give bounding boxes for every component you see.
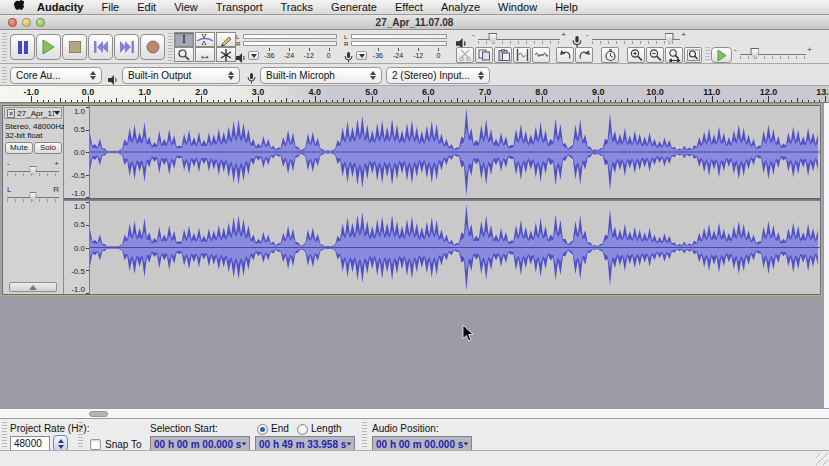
track-collapse-button[interactable] (9, 282, 57, 292)
mute-button[interactable]: Mute (5, 142, 33, 154)
window-resize-grip[interactable] (816, 453, 828, 465)
solo-button[interactable]: Solo (34, 142, 62, 154)
selection-tool-button[interactable]: I (174, 32, 194, 47)
device-toolbar-grip[interactable] (2, 67, 7, 84)
sync-lock-button[interactable] (601, 47, 619, 63)
menu-item-transport[interactable]: Transport (207, 0, 272, 15)
vertical-ruler-label: -0.5 (71, 171, 85, 180)
cut-button[interactable] (456, 47, 474, 63)
pan-slider[interactable]: L R (7, 186, 59, 202)
menu-item-edit[interactable]: Edit (128, 0, 165, 15)
ruler-tick (105, 100, 106, 102)
snap-section-grip (78, 422, 83, 448)
speed-ticks (740, 56, 806, 59)
zoom-in-button[interactable] (627, 47, 645, 63)
horizontal-scrollbar[interactable] (0, 408, 829, 418)
silence-audio-button[interactable] (532, 47, 550, 63)
chevron-down-icon[interactable] (464, 442, 469, 445)
menu-item-window[interactable]: Window (489, 0, 546, 15)
redo-button[interactable] (575, 47, 593, 63)
skip-to-end-button[interactable] (114, 34, 139, 60)
window-title-bar[interactable]: 27_Apr_11.07.08 (0, 15, 829, 30)
skip-to-start-button[interactable] (88, 34, 113, 60)
zoom-tool-button[interactable] (174, 47, 194, 62)
timeline-ruler[interactable]: -1.00.01.02.03.04.05.06.07.08.09.010.011… (0, 86, 829, 103)
time-shift-tool-button[interactable]: ↔ (195, 47, 215, 62)
chevron-down-icon[interactable] (347, 442, 352, 445)
chevron-down-icon[interactable] (242, 442, 247, 445)
track-title-bar[interactable]: ✕ 27_Apr_11. (4, 107, 62, 119)
transport-toolbar-grip[interactable] (2, 33, 7, 61)
playback-speed-slider[interactable]: - + (740, 49, 806, 63)
waveform-right-channel[interactable] (90, 201, 820, 294)
copy-icon (478, 49, 491, 61)
ruler-tick (190, 100, 191, 102)
ruler-label: 11.0 (703, 87, 720, 97)
input-volume-slider[interactable]: - + (592, 32, 680, 46)
track-close-button[interactable]: ✕ (7, 109, 15, 118)
tools-toolbar-grip[interactable] (168, 33, 173, 61)
end-radio[interactable] (257, 424, 268, 435)
record-button[interactable] (140, 34, 165, 60)
menu-item-tracks[interactable]: Tracks (272, 0, 323, 15)
ruler-tick (286, 98, 287, 102)
close-window-button[interactable] (8, 18, 17, 27)
vertical-ruler-label: -1.0 (71, 285, 85, 294)
fit-project-button[interactable] (684, 47, 702, 63)
trim-audio-button[interactable] (513, 47, 531, 63)
input-device-select[interactable]: Built-in Microph (260, 67, 382, 84)
snap-to-checkbox[interactable] (90, 439, 101, 450)
vertical-ruler-right-channel[interactable]: 1.00.50.0-0.5-1.0 (64, 201, 90, 294)
ruler-tick (649, 100, 650, 102)
audio-host-select[interactable]: Core Au... (10, 67, 102, 84)
menu-item-help[interactable]: Help (546, 0, 587, 15)
copy-button[interactable] (475, 47, 493, 63)
undo-button[interactable] (556, 47, 574, 63)
track-menu-caret-icon[interactable] (54, 111, 60, 115)
apple-menu-icon[interactable] (14, 0, 24, 14)
length-radio[interactable] (297, 424, 308, 435)
traffic-lights (8, 18, 45, 27)
vertical-scrollbar[interactable] (823, 103, 829, 408)
transcription-toolbar-grip[interactable] (705, 47, 710, 62)
meter-scale-tick (269, 48, 270, 51)
menu-item-generate[interactable]: Generate (322, 0, 386, 15)
selection-toolbar-grip[interactable] (2, 422, 7, 448)
horizontal-scrollbar-thumb[interactable] (89, 411, 108, 417)
fit-selection-button[interactable] (665, 47, 683, 63)
recording-meter-right-label: R (344, 41, 348, 47)
minimize-window-button[interactable] (22, 18, 31, 27)
input-channels-select[interactable]: 2 (Stereo) Input... (386, 67, 490, 84)
zoom-out-button[interactable] (646, 47, 664, 63)
ruler-tick (700, 100, 701, 102)
recording-meter[interactable]: L R -36-24-120 (344, 33, 448, 61)
playback-meter[interactable]: L R -36-24-120 (236, 33, 338, 61)
output-volume-slider[interactable]: - + (478, 32, 560, 46)
pause-button[interactable] (10, 34, 35, 60)
envelope-tool-button[interactable] (195, 32, 215, 47)
play-at-speed-button[interactable] (711, 47, 732, 63)
ruler-tick (479, 100, 480, 102)
ruler-tick (780, 100, 781, 102)
play-button[interactable] (36, 34, 61, 60)
multi-tool-button[interactable] (216, 47, 236, 62)
draw-tool-button[interactable] (216, 32, 236, 47)
gain-slider[interactable]: - + (7, 160, 59, 176)
project-rate-input[interactable]: 48000 (10, 436, 50, 451)
menu-item-view[interactable]: View (165, 0, 207, 15)
stop-button[interactable] (62, 34, 87, 60)
ruler-tick (519, 100, 520, 102)
menu-item-audacity[interactable]: Audacity (28, 0, 92, 15)
menu-item-file[interactable]: File (92, 0, 128, 15)
vertical-ruler-left-channel[interactable]: 1.00.50.0-0.5-1.0 (64, 106, 90, 198)
ruler-tick (139, 100, 140, 102)
ruler-tick (417, 100, 418, 102)
zoom-window-button[interactable] (36, 18, 45, 27)
paste-button[interactable] (494, 47, 512, 63)
output-volume-ticks (478, 41, 560, 44)
track-area[interactable]: ✕ 27_Apr_11. Stereo, 48000Hz 32-bit floa… (0, 103, 829, 418)
output-device-select[interactable]: Built-in Output (122, 67, 240, 84)
menu-item-effect[interactable]: Effect (386, 0, 432, 15)
waveform-left-channel[interactable] (90, 106, 820, 198)
menu-item-analyze[interactable]: Analyze (432, 0, 489, 15)
